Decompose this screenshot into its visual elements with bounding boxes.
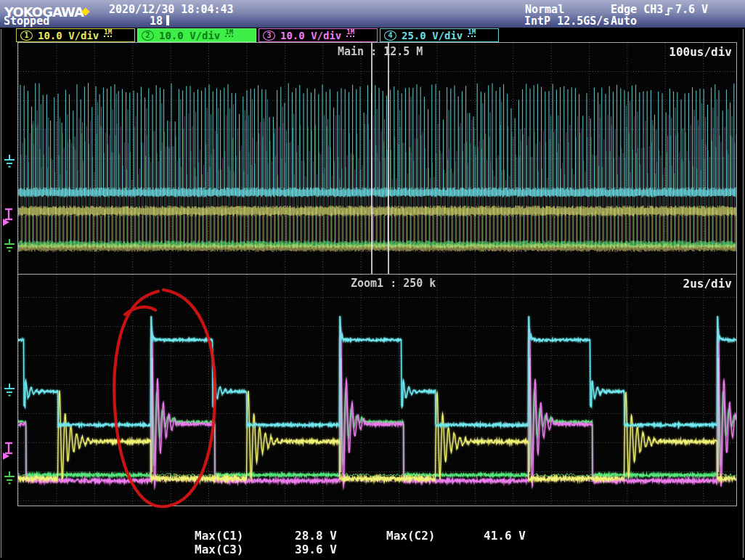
channel-1-scale: 10.0 V/div: [38, 30, 99, 41]
channel-3-box[interactable]: 3 10.0 V/div 1M: [258, 28, 378, 42]
channel-3-number: 3: [263, 31, 275, 41]
meas-1-value: 28.8 V: [295, 529, 337, 543]
yokogawa-diamond-icon: ◆: [81, 4, 89, 16]
channel-2-impedance: 1M: [225, 29, 233, 37]
ch2-ground-marker-main: [1, 238, 17, 253]
zoom-timebase: 2us/div: [683, 277, 732, 291]
zoom-waveform-canvas: [18, 275, 736, 506]
channel-4-box[interactable]: 4 25.0 V/div 1M: [380, 28, 499, 42]
channel-4-impedance: 1M: [468, 29, 476, 37]
channel-1-box[interactable]: 1 10.0 V/div 1M: [16, 28, 135, 42]
acquisition-status: Stopped: [4, 15, 49, 28]
acquisition-count: 18: [150, 15, 163, 28]
meas-2-value: 41.6 V: [484, 529, 526, 543]
ch3-trigger-marker-main: [1, 208, 17, 227]
datetime: 2020/12/30 18:04:43: [109, 3, 234, 16]
rising-edge-icon: [664, 5, 674, 19]
channel-2-number: 2: [142, 31, 154, 41]
header-bar: YOKOGAWA ◆ 2020/12/30 18:04:43 Normal Ed…: [0, 0, 745, 28]
meas-3-value: 39.6 V: [295, 543, 337, 556]
meas-2-label: Max(C2): [386, 529, 435, 543]
meas-1-label: Max(C1): [195, 529, 243, 543]
ch3-trigger-marker-zoom: [1, 442, 17, 460]
main-timebase: 100us/div: [669, 45, 732, 59]
meas-3-label: Max(C3): [195, 543, 243, 556]
zoom-waveform-window: Zoom1 : 250 k 2us/div: [17, 274, 737, 506]
text-cursor: [166, 15, 169, 25]
trigger-level: 7.6 V: [675, 3, 708, 16]
ch4-ground-marker-zoom: [1, 383, 17, 397]
main-waveform-window: Main : 12.5 M 100us/div: [17, 42, 737, 275]
ch2-ground-marker-zoom: [1, 471, 17, 485]
channel-1-impedance: 1M: [104, 29, 112, 37]
zoom-record-label: Zoom1 : 250 k: [351, 277, 436, 290]
channel-4-scale: 25.0 V/div: [402, 30, 463, 41]
channel-1-number: 1: [20, 31, 33, 41]
oscilloscope-screen: YOKOGAWA ◆ 2020/12/30 18:04:43 Normal Ed…: [0, 0, 745, 560]
main-record-label: Main : 12.5 M: [338, 45, 423, 58]
main-waveform-canvas: [18, 43, 736, 274]
channel-2-box[interactable]: 2 10.0 V/div 1M: [137, 28, 256, 42]
screen-right-edge: [743, 29, 744, 558]
ch4-ground-marker-main: [1, 154, 17, 169]
channel-4-number: 4: [384, 31, 396, 41]
sample-rate: IntP 12.5GS/s: [524, 15, 609, 28]
trigger-sweep-mode: Auto: [611, 15, 637, 28]
channel-3-scale: 10.0 V/div: [280, 30, 341, 41]
channel-3-impedance: 1M: [346, 29, 354, 37]
channel-2-scale: 10.0 V/div: [159, 30, 220, 41]
